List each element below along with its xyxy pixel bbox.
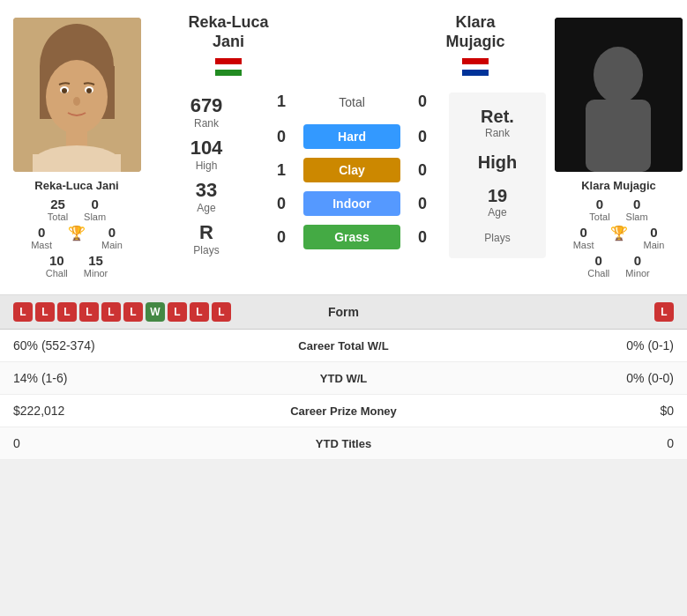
stats-table: 60% (552-374)Career Total W/L0% (0-1)14%…: [0, 330, 687, 460]
right-minor-value: 0: [625, 253, 650, 268]
stats-right-val: 0: [432, 436, 675, 450]
left-mast-label: Mast: [31, 240, 52, 250]
form-badge-left: L: [212, 302, 231, 322]
matches-section: 1 Total 0 0 Hard 0 1 Clay 0: [259, 88, 444, 263]
form-section: LLLLLLWLLL Form L: [0, 295, 687, 330]
form-badge-left: L: [35, 302, 55, 322]
stats-row: 14% (1-6)YTD W/L0% (0-0): [0, 362, 687, 395]
right-age-value: 19: [488, 186, 507, 206]
clay-row: 1 Clay 0: [268, 158, 436, 182]
right-chall-cell: 0 Chall: [587, 253, 609, 278]
left-minor-cell: 15 Minor: [84, 253, 108, 278]
left-minor-label: Minor: [84, 268, 108, 278]
grass-score-right: 0: [409, 228, 436, 247]
left-plays-label: Plays: [193, 244, 219, 256]
right-slam-value: 0: [626, 197, 648, 212]
left-minor-value: 15: [84, 253, 108, 268]
right-age-stat: 19 Age: [488, 186, 507, 219]
right-mast-cell: 0 Mast: [573, 225, 594, 250]
player-right-stats-row2: 0 Mast 🏆 0 Main: [573, 225, 665, 250]
clay-badge: Clay: [303, 158, 400, 182]
stats-row: 60% (552-374)Career Total W/L0% (0-1): [0, 330, 687, 362]
stats-left-val: $222,012: [13, 404, 256, 418]
indoor-score-right: 0: [409, 195, 436, 213]
right-slam-label: Slam: [626, 212, 648, 222]
clay-score-left: 1: [268, 161, 295, 180]
left-age-label: Age: [196, 202, 217, 214]
left-player-name-top: Reka-Luca Jani: [167, 13, 290, 79]
form-badge-left: L: [79, 302, 99, 322]
right-high-value: High: [478, 152, 517, 173]
player-left: Reka-Luca Jani 25 Total 0 Slam 0 Mast 🏆: [0, 13, 153, 286]
svg-point-7: [86, 88, 92, 93]
left-main-value: 0: [101, 225, 123, 240]
form-badge-left: L: [190, 302, 209, 322]
right-main-label: Main: [644, 240, 665, 250]
left-trophy-icon: 🏆: [68, 226, 86, 241]
player-right-stats-row1: 0 Total 0 Slam: [589, 197, 647, 222]
stats-center-label: Career Total W/L: [256, 339, 432, 353]
right-main-value: 0: [644, 225, 665, 240]
right-trophy-icon: 🏆: [610, 226, 628, 241]
svg-point-6: [62, 88, 67, 93]
left-slam-label: Slam: [84, 212, 106, 222]
main-container: Reka-Luca Jani 25 Total 0 Slam 0 Mast 🏆: [0, 0, 687, 460]
names-row: Reka-Luca Jani Klara Mujagic: [153, 13, 550, 88]
grass-score-left: 0: [268, 228, 295, 247]
form-badge-left: L: [123, 302, 143, 322]
player-right-name-label: Klara Mujagic: [581, 179, 656, 192]
stats-row: 0YTD Titles0: [0, 427, 687, 460]
svg-rect-11: [33, 154, 121, 172]
left-rank-stat: 679 Rank: [190, 94, 223, 130]
total-label: Total: [303, 95, 400, 109]
left-slam-cell: 0 Slam: [84, 197, 106, 222]
left-total-label: Total: [48, 212, 68, 222]
left-high-label: High: [190, 160, 223, 172]
form-badge-right: L: [654, 302, 674, 322]
form-badges-right: L: [406, 302, 675, 322]
right-flag: [462, 58, 489, 76]
left-mast-cell: 0 Mast: [31, 225, 52, 250]
grass-badge: Grass: [303, 225, 400, 249]
left-center-stats: 679 Rank 104 High 33 Age R Plays: [153, 88, 259, 263]
left-age-value: 33: [196, 179, 217, 202]
left-main-cell: 0 Main: [101, 225, 123, 250]
stats-right-val: 0% (0-0): [432, 371, 675, 385]
left-flag: [215, 58, 242, 76]
right-plays-stat: Plays: [484, 232, 510, 244]
player-left-photo: [13, 18, 141, 172]
form-badge-left: L: [13, 302, 33, 322]
grass-row: 0 Grass 0: [268, 225, 436, 249]
stats-right-val: $0: [432, 404, 675, 418]
total-score-right: 0: [409, 93, 436, 111]
left-high-value: 104: [190, 137, 223, 160]
form-badges-left: LLLLLLWLLL: [13, 302, 282, 322]
left-player-name-top-text: Reka-Luca Jani: [167, 13, 290, 51]
left-trophy-cell: 🏆: [68, 225, 86, 250]
stats-left-val: 60% (552-374): [13, 338, 256, 353]
right-chall-value: 0: [587, 253, 609, 268]
left-chall-label: Chall: [46, 268, 68, 278]
right-trophy-cell: 🏆: [610, 225, 628, 250]
stats-center-label: YTD W/L: [256, 372, 432, 385]
form-badge-left: W: [146, 302, 165, 322]
right-mast-label: Mast: [573, 240, 594, 250]
right-player-name-top-text: Klara Mujagic: [414, 13, 537, 51]
left-age-stat: 33 Age: [196, 179, 217, 214]
players-section: Reka-Luca Jani 25 Total 0 Slam 0 Mast 🏆: [0, 0, 687, 295]
hard-score-left: 0: [268, 128, 295, 146]
left-chall-value: 10: [46, 253, 68, 268]
hard-score-right: 0: [409, 128, 436, 146]
left-total-value: 25: [48, 197, 68, 212]
player-right-photo-svg: [555, 18, 683, 172]
left-chall-cell: 10 Chall: [46, 253, 68, 278]
right-rank-label: Rank: [481, 127, 514, 139]
stats-center-label: YTD Titles: [256, 437, 432, 450]
stats-right-val: 0% (0-1): [432, 338, 675, 353]
form-badge-left: L: [168, 302, 187, 322]
player-left-stats-row3: 10 Chall 15 Minor: [46, 253, 108, 278]
stats-row: $222,012Career Prize Money$0: [0, 395, 687, 427]
right-high-stat: High: [478, 152, 517, 173]
form-badge-left: L: [101, 302, 121, 322]
right-center-stats: Ret. Rank High 19 Age Plays: [449, 93, 546, 258]
